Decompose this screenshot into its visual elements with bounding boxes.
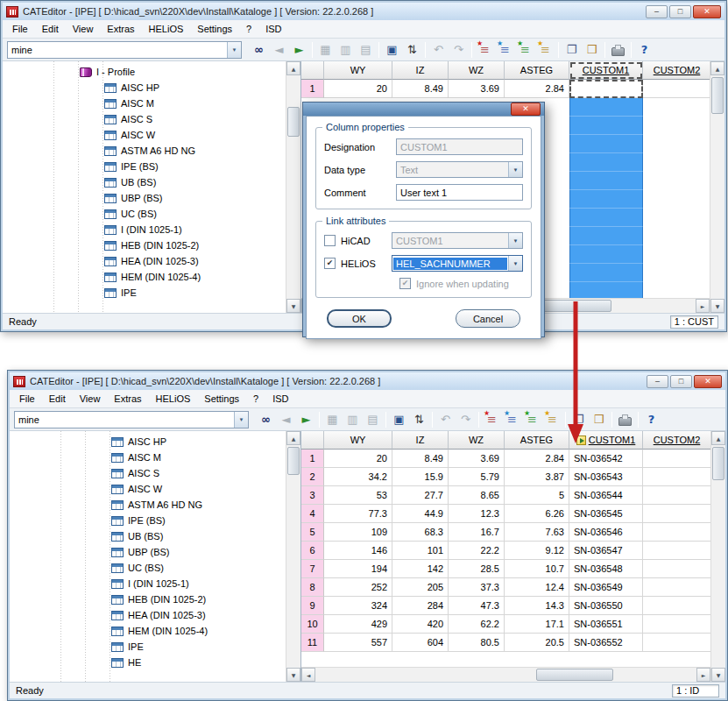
selected-column-cell[interactable] <box>569 245 643 264</box>
tree-item-astm-a6-hd-ng[interactable]: ASTM A6 HD NG <box>10 497 286 513</box>
maximize-button[interactable]: □ <box>669 5 691 18</box>
tree-vertical-scrollbar[interactable]: ▲ ▼ <box>286 431 300 682</box>
tree-item-aisc-hp[interactable]: AISC HP <box>3 80 286 96</box>
forward-icon[interactable]: ► <box>296 410 316 429</box>
tree-item-aisc-s[interactable]: AISC S <box>3 111 286 127</box>
column-header-asteg[interactable]: ASTEG <box>505 431 569 450</box>
table-cell[interactable] <box>643 597 710 615</box>
column-header-iz[interactable]: IZ <box>392 431 449 450</box>
table-cell[interactable] <box>569 80 643 98</box>
table-cell[interactable]: 12.3 <box>449 505 505 523</box>
table-vertical-scrollbar[interactable]: ▲ ▼ <box>710 61 724 313</box>
db-new-red-icon[interactable]: ≡★ <box>482 410 502 429</box>
table-cell[interactable]: SN-036544 <box>569 486 643 505</box>
selected-column-cell[interactable] <box>569 98 643 117</box>
tree-item-astm-a6-hd-ng[interactable]: ASTM A6 HD NG <box>3 143 286 159</box>
dialog-titlebar[interactable]: ✕ <box>303 103 544 116</box>
row-header[interactable]: 2 <box>301 468 324 486</box>
scroll-left-icon[interactable]: ◄ <box>301 668 315 682</box>
scroll-up-icon[interactable]: ▲ <box>286 61 300 75</box>
column-header-wy[interactable]: WY <box>324 431 392 450</box>
menu-item-helios[interactable]: HELiOS <box>149 391 198 407</box>
menu-item-settings[interactable]: Settings <box>190 21 239 37</box>
table-cell[interactable] <box>643 560 710 578</box>
table-cell[interactable]: 17.1 <box>505 615 569 634</box>
table-cell[interactable]: 53 <box>324 486 392 505</box>
table-vertical-scrollbar[interactable]: ▲ ▼ <box>710 431 725 682</box>
selected-column-cell[interactable] <box>569 153 643 172</box>
db-new-green-icon[interactable]: ≡★ <box>515 40 535 60</box>
table-corner-header[interactable] <box>301 431 324 450</box>
helios-select[interactable]: HEL_SACHNUMMER ▼ <box>392 255 523 272</box>
table-cell[interactable]: 37.3 <box>449 578 505 597</box>
tree-item-uc-bs[interactable]: UC (BS) <box>3 206 286 222</box>
scroll-up-icon[interactable]: ▲ <box>710 61 724 75</box>
table-cell[interactable] <box>643 615 710 634</box>
scrollbar-thumb[interactable] <box>536 669 613 681</box>
table-cell[interactable]: 429 <box>324 615 392 634</box>
table-cell[interactable]: 47.3 <box>449 597 505 615</box>
minimize-button[interactable]: – <box>646 5 668 18</box>
tree-item-aisc-m[interactable]: AISC M <box>3 96 286 111</box>
row-header[interactable]: 8 <box>301 578 324 597</box>
tree-item-he[interactable]: HE <box>10 655 286 670</box>
row-header[interactable]: 1 <box>301 80 324 98</box>
tree-item-heb-din-1025-2[interactable]: HEB (DIN 1025-2) <box>10 591 286 607</box>
column-header-custom2[interactable]: CUSTOM2 <box>643 61 710 80</box>
table-cell[interactable]: 44.9 <box>392 505 449 523</box>
row-header[interactable]: 10 <box>301 615 324 634</box>
row-header[interactable]: 11 <box>301 634 324 652</box>
column-header-custom2[interactable]: CUSTOM2 <box>643 431 710 450</box>
help-icon[interactable]: ? <box>641 410 661 429</box>
table-cell[interactable]: 15.9 <box>392 468 449 486</box>
print-icon[interactable] <box>608 40 628 60</box>
table-cell[interactable] <box>643 523 710 542</box>
selected-column-cell[interactable] <box>569 117 643 135</box>
copy-icon[interactable]: ❐ <box>562 40 582 60</box>
menu-item-view[interactable]: View <box>66 21 101 37</box>
db-new-red-icon[interactable]: ≡★ <box>475 40 495 60</box>
scroll-right-icon[interactable]: ► <box>696 299 710 313</box>
tree-item-ub-bs[interactable]: UB (BS) <box>10 528 286 544</box>
selected-column-cell[interactable] <box>569 282 643 298</box>
tree-item-aisc-w[interactable]: AISC W <box>3 127 286 143</box>
table-cell[interactable]: 68.3 <box>392 523 449 542</box>
table-cell[interactable]: 604 <box>392 634 449 652</box>
db-new-blue-icon[interactable]: ≡★ <box>502 410 522 429</box>
table-cell[interactable]: 20 <box>324 80 392 98</box>
menu-item-help[interactable]: ? <box>246 391 265 407</box>
scroll-up-icon[interactable]: ▲ <box>711 431 725 445</box>
scrollbar-thumb[interactable] <box>287 447 300 475</box>
selected-column-cell[interactable] <box>569 190 643 209</box>
table-cell[interactable]: 62.2 <box>449 615 505 634</box>
db-new-yellow-icon[interactable]: ≡★ <box>542 410 562 429</box>
menu-item-helios[interactable]: HELiOS <box>142 21 191 37</box>
close-button[interactable]: ✕ <box>693 5 721 18</box>
scrollbar-thumb[interactable] <box>712 447 724 480</box>
column-header-wz[interactable]: WZ <box>449 431 505 450</box>
titlebar[interactable]: CATEditor - [IPE] [ D:\hicad_svn\220X\de… <box>3 3 724 20</box>
table-cell[interactable]: 3.69 <box>449 450 505 468</box>
tree-item-hea-din-1025-3[interactable]: HEA (DIN 1025-3) <box>3 253 286 269</box>
table-cell[interactable]: 324 <box>324 597 392 615</box>
close-button[interactable]: ✕ <box>694 375 722 388</box>
helios-checkbox[interactable]: ✔ <box>324 258 336 269</box>
table-cell[interactable] <box>643 578 710 597</box>
selected-column-cell[interactable] <box>569 209 643 227</box>
table-cell[interactable]: 2.84 <box>505 450 569 468</box>
menu-item-settings[interactable]: Settings <box>197 391 246 407</box>
table-cell[interactable]: 252 <box>324 578 392 597</box>
tree-item-hem-din-1025-4[interactable]: HEM (DIN 1025-4) <box>3 269 286 285</box>
table-cell[interactable]: 6.26 <box>505 505 569 523</box>
scroll-down-icon[interactable]: ▼ <box>710 299 724 313</box>
tree-item-ipe[interactable]: IPE <box>10 639 286 655</box>
table-cell[interactable]: 7.63 <box>505 523 569 542</box>
row-header[interactable]: 1 <box>301 450 324 468</box>
scroll-right-icon[interactable]: ► <box>696 668 710 682</box>
tree-item-aisc-s[interactable]: AISC S <box>10 465 286 481</box>
tree-item-aisc-m[interactable]: AISC M <box>10 450 286 465</box>
table-cell[interactable]: 5 <box>505 486 569 505</box>
tree-item-ubp-bs[interactable]: UBP (BS) <box>10 544 286 560</box>
scrollbar-thumb[interactable] <box>711 77 724 114</box>
table-cell[interactable] <box>643 486 710 505</box>
